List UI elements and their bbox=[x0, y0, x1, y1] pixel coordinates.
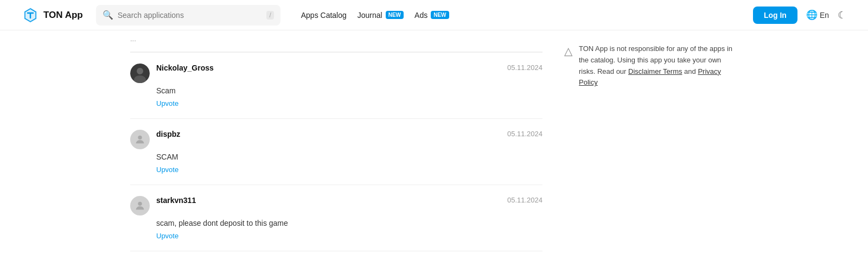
comment-meta: dispbz 05.11.2024 bbox=[156, 130, 542, 138]
nav-ads[interactable]: Ads NEW bbox=[411, 9, 452, 22]
search-icon: 🔍 bbox=[103, 10, 113, 20]
search-input[interactable] bbox=[118, 11, 263, 20]
nav-apps-catalog[interactable]: Apps Catalog bbox=[298, 9, 350, 22]
comment-header: Nickolay_Gross 05.11.2024 bbox=[130, 64, 542, 83]
avatar bbox=[130, 130, 150, 149]
disclaimer-text: TON App is not responsible for any of th… bbox=[579, 43, 738, 88]
comment-text: scam, please dont deposit to this game bbox=[130, 219, 542, 227]
comment-item: dispbz 05.11.2024 SCAM Upvote bbox=[130, 119, 542, 185]
dark-mode-toggle[interactable]: ☾ bbox=[838, 9, 846, 21]
search-shortcut: / bbox=[266, 11, 273, 20]
lang-label: En bbox=[820, 11, 829, 20]
comment-meta: starkvn311 05.11.2024 bbox=[156, 196, 542, 205]
nav-apps-catalog-label: Apps Catalog bbox=[301, 11, 347, 20]
ads-badge: NEW bbox=[431, 11, 449, 19]
comment-date: 05.11.2024 bbox=[507, 64, 542, 72]
search-bar[interactable]: 🔍 / bbox=[96, 5, 280, 26]
ton-logo-icon bbox=[22, 7, 39, 24]
sidebar: △ TON App is not responsible for any of … bbox=[564, 30, 738, 251]
main-nav: Apps Catalog Journal NEW Ads NEW bbox=[298, 9, 452, 22]
journal-badge: NEW bbox=[386, 11, 404, 19]
upvote-button[interactable]: Upvote bbox=[156, 232, 178, 240]
comment-text: Scam bbox=[130, 86, 542, 95]
comments-list: Nickolay_Gross 05.11.2024 Scam Upvote bbox=[130, 52, 542, 251]
default-avatar-icon bbox=[134, 134, 146, 145]
disclaimer-box: △ TON App is not responsible for any of … bbox=[564, 43, 738, 88]
nav-journal[interactable]: Journal NEW bbox=[354, 9, 407, 22]
warning-icon: △ bbox=[564, 45, 572, 58]
nav-ads-label: Ads bbox=[414, 11, 427, 20]
upvote-button[interactable]: Upvote bbox=[156, 166, 178, 174]
avatar bbox=[130, 196, 150, 215]
svg-point-6 bbox=[138, 202, 142, 206]
site-header: TON App 🔍 / Apps Catalog Journal NEW Ads… bbox=[0, 0, 868, 30]
logo-text: TON App bbox=[43, 10, 83, 21]
comment-header: dispbz 05.11.2024 bbox=[130, 130, 542, 149]
comment-text: SCAM bbox=[130, 153, 542, 161]
content-area: ... Nickolay_Gross bbox=[130, 30, 564, 251]
comment-item: starkvn311 05.11.2024 scam, please dont … bbox=[130, 185, 542, 251]
main-layout: ... Nickolay_Gross bbox=[108, 30, 760, 251]
default-avatar-icon bbox=[134, 200, 146, 212]
avatar-image bbox=[130, 64, 150, 83]
language-selector[interactable]: 🌐 En bbox=[806, 9, 829, 21]
comment-username: Nickolay_Gross bbox=[156, 64, 214, 72]
comment-date: 05.11.2024 bbox=[507, 196, 542, 204]
upvote-button[interactable]: Upvote bbox=[156, 99, 178, 107]
comment-date: 05.11.2024 bbox=[507, 130, 542, 138]
comment-username: starkvn311 bbox=[156, 196, 196, 205]
comment-username: dispbz bbox=[156, 130, 180, 138]
comment-header: starkvn311 05.11.2024 bbox=[130, 196, 542, 215]
disclaimer-terms-link[interactable]: Disclaimer Terms bbox=[628, 67, 682, 75]
avatar bbox=[130, 64, 150, 83]
comment-item: Nickolay_Gross 05.11.2024 Scam Upvote bbox=[130, 53, 542, 119]
globe-icon: 🌐 bbox=[806, 9, 818, 21]
svg-point-5 bbox=[138, 136, 142, 140]
login-button[interactable]: Log In bbox=[753, 7, 797, 24]
comment-meta: Nickolay_Gross 05.11.2024 bbox=[156, 64, 542, 72]
svg-point-3 bbox=[137, 68, 143, 74]
partial-comment: ... bbox=[130, 30, 542, 52]
logo-link[interactable]: TON App bbox=[22, 7, 83, 24]
header-right: Log In 🌐 En ☾ bbox=[753, 7, 846, 24]
nav-journal-label: Journal bbox=[358, 11, 382, 20]
